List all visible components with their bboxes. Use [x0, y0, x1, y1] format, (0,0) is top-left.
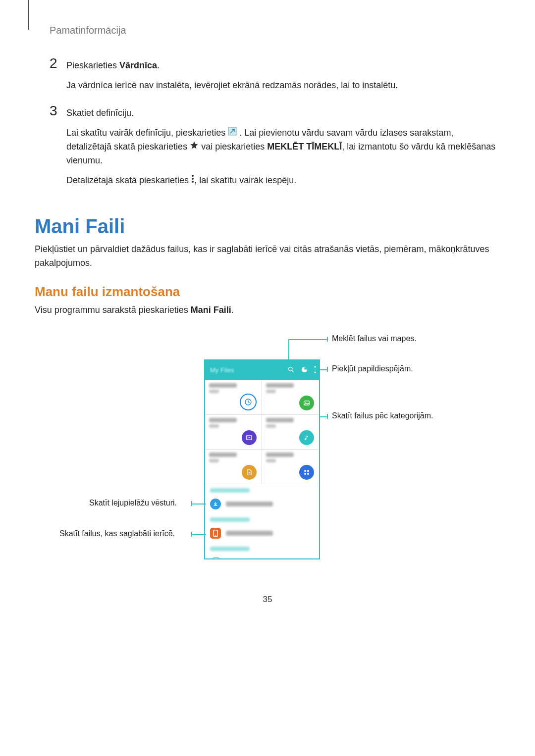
download-history-row	[205, 495, 319, 513]
phone-mock: My Files	[204, 359, 320, 559]
svg-point-2	[192, 178, 194, 180]
lead-tick	[191, 501, 192, 506]
svg-point-17	[305, 438, 307, 440]
category-grid	[205, 380, 319, 484]
callout-device: Skatīt failus, kas saglabāti ierīcē.	[59, 529, 175, 538]
text: Ja vārdnīca ierīcē nav instalēta, ievēro…	[66, 79, 398, 93]
lead-tick	[327, 367, 328, 372]
step-number: 3	[50, 103, 66, 194]
svg-point-25	[215, 535, 215, 535]
text: Pieskarieties	[66, 60, 119, 70]
downloads-section-header	[205, 484, 319, 495]
svg-point-9	[314, 371, 316, 373]
tile-recent	[205, 380, 262, 415]
callout-more: Piekļūt papildiespējām.	[332, 364, 413, 373]
text-bold: Mani Faili	[191, 305, 231, 315]
callout-search: Meklēt failus vai mapes.	[332, 334, 417, 343]
lead-tick	[327, 337, 328, 342]
callout-downloads: Skatīt lejupielāžu vēsturi.	[89, 499, 177, 507]
page-header: Pamatinformācija	[50, 25, 500, 36]
text: Skatiet definīciju.	[66, 106, 500, 120]
lead-line	[191, 504, 206, 504]
step-number: 2	[50, 56, 66, 99]
download-icon	[210, 499, 221, 509]
lead-line	[288, 339, 289, 367]
text: Visu programmu sarakstā pieskarieties	[35, 305, 191, 315]
lead-tick	[327, 414, 328, 419]
tile-images	[262, 380, 319, 415]
svg-rect-14	[247, 436, 248, 440]
tile-videos	[205, 415, 262, 450]
document-icon	[242, 465, 257, 480]
text: , lai skatītu vairāk iespēju.	[194, 175, 296, 185]
callout-categories: Skatīt failus pēc kategorijām.	[332, 411, 433, 420]
step-2: 2 Pieskarieties Vārdnīca. Ja vārdnīca ie…	[50, 56, 500, 99]
apps-icon	[299, 465, 314, 480]
svg-point-4	[289, 367, 293, 371]
more-vert-icon	[314, 366, 316, 375]
diagram: My Files	[35, 332, 500, 565]
lead-line	[312, 369, 328, 370]
section-body: Piekļūstiet un pārvaldiet dažādus failus…	[35, 243, 500, 270]
svg-rect-22	[304, 473, 306, 475]
expand-icon	[228, 126, 237, 140]
phone-header: My Files	[205, 360, 319, 380]
device-icon	[210, 528, 221, 539]
tile-audio	[262, 415, 319, 450]
svg-point-3	[192, 181, 194, 183]
lead-line	[288, 339, 328, 340]
text: Lai skatītu vairāk definīciju, pieskarie…	[66, 128, 228, 138]
text: Detalizētajā skatā pieskarieties	[66, 175, 191, 185]
svg-point-1	[192, 175, 194, 177]
phone-title: My Files	[210, 366, 234, 374]
image-icon	[299, 396, 314, 410]
star-icon	[190, 140, 199, 154]
svg-rect-21	[307, 470, 309, 472]
cloud-section-header	[205, 543, 319, 553]
cloud-row	[205, 553, 319, 559]
text: vai pieskarieties	[201, 142, 267, 151]
svg-line-5	[292, 370, 294, 372]
svg-rect-23	[307, 473, 309, 475]
text-bold: MEKLĒT TĪMEKLĪ	[267, 142, 342, 151]
cloud-icon	[210, 557, 222, 559]
svg-rect-20	[304, 470, 306, 472]
clock-icon	[240, 394, 257, 410]
pie-icon	[301, 366, 308, 375]
lead-line	[191, 534, 206, 535]
local-section-header	[205, 513, 319, 524]
text-bold: Vārdnīca	[119, 60, 157, 70]
svg-marker-16	[249, 437, 251, 439]
header-divider	[28, 0, 29, 30]
device-storage-row	[205, 524, 319, 543]
text: .	[157, 60, 160, 70]
page-number: 35	[35, 595, 500, 605]
subsection-title: Manu failu izmantošana	[35, 284, 500, 300]
lead-tick	[191, 532, 192, 537]
text: .	[231, 305, 234, 315]
svg-rect-15	[251, 436, 252, 440]
tile-downloaded	[262, 450, 319, 484]
tile-documents	[205, 450, 262, 484]
music-icon	[299, 430, 314, 445]
step-3: 3 Skatiet definīciju. Lai skatītu vairāk…	[50, 103, 500, 194]
video-icon	[242, 430, 257, 445]
section-title: Mani Faili	[35, 215, 500, 238]
svg-point-7	[314, 366, 316, 367]
